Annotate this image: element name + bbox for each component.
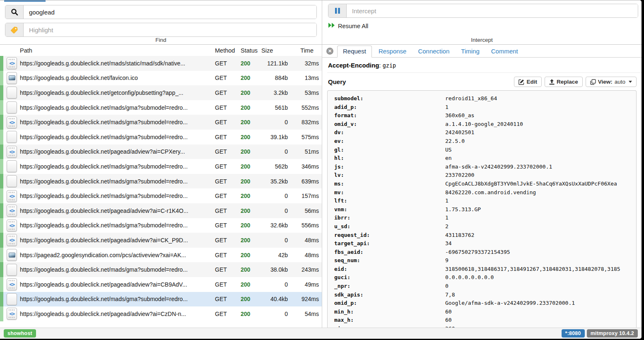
- table-row[interactable]: https://googleads.g.doubleclick.net/mads…: [0, 159, 322, 174]
- row-marker: [0, 188, 3, 203]
- row-size: 38.0kb: [261, 266, 288, 273]
- column-header-method[interactable]: Method: [215, 47, 241, 54]
- query-param-value: 1: [445, 103, 636, 112]
- column-header-size[interactable]: Size: [261, 47, 288, 54]
- table-row[interactable]: <> https://googleads.g.doubleclick.net/m…: [0, 218, 322, 233]
- view-mode-button[interactable]: View: auto: [586, 77, 637, 87]
- table-row[interactable]: <> https://googleads.g.doubleclick.net/m…: [0, 56, 322, 71]
- table-row[interactable]: https://googleads.g.doubleclick.net/mads…: [0, 174, 322, 189]
- query-param-key: mv:: [334, 188, 445, 197]
- tag-icon: [5, 23, 24, 36]
- row-time: 924ms: [288, 296, 322, 302]
- mitmweb-window: Find Resume All Intercept Path: [0, 0, 642, 339]
- row-time: 48ms: [288, 252, 322, 258]
- row-marker: [0, 159, 3, 174]
- row-size: 0: [261, 311, 288, 317]
- table-row[interactable]: <> https://googleads.g.doubleclick.net/m…: [0, 115, 322, 130]
- tab-comment[interactable]: Comment: [491, 46, 518, 57]
- intercept-input-group: [328, 4, 638, 18]
- table-row[interactable]: https://googleads.g.doubleclick.net/getc…: [0, 85, 322, 100]
- row-method: GET: [215, 104, 241, 111]
- row-marker: [0, 203, 3, 218]
- row-marker: [0, 115, 3, 130]
- query-param-row: lv: 233702200: [334, 171, 636, 180]
- table-row[interactable]: https://googleads.g.doubleclick.net/favi…: [0, 71, 322, 86]
- tab-timing[interactable]: Timing: [461, 46, 479, 57]
- find-panel: Find: [0, 0, 322, 44]
- query-param-value: 34: [445, 239, 636, 248]
- tab-request[interactable]: Request: [337, 46, 372, 58]
- row-marker: [0, 100, 3, 115]
- row-size: 42b: [261, 252, 288, 258]
- tab-connection[interactable]: Connection: [418, 46, 449, 57]
- resume-all-button[interactable]: Resume All: [328, 22, 368, 29]
- query-param-value: 0: [445, 282, 636, 291]
- query-param-row: ibrr: 1: [334, 214, 636, 222]
- query-param-key: dv:: [334, 128, 445, 137]
- table-row[interactable]: <> https://googleads.g.doubleclick.net/p…: [0, 203, 322, 218]
- table-row[interactable]: <> https://googleads.g.doubleclick.net/p…: [0, 145, 322, 159]
- query-param-key: fbs_aeid:: [334, 248, 445, 257]
- row-status: 200: [241, 163, 261, 170]
- row-size: 39.1kb: [261, 134, 288, 140]
- row-method: GET: [215, 119, 241, 125]
- code-file-icon: <>: [3, 234, 20, 246]
- row-path: https://googleads.g.doubleclick.net/mads…: [20, 222, 215, 229]
- code-file-icon: <>: [3, 116, 20, 128]
- code-file-icon: <>: [3, 190, 20, 202]
- row-method: GET: [215, 193, 241, 199]
- replace-button[interactable]: Replace: [545, 77, 583, 87]
- column-header-time[interactable]: Time: [288, 47, 322, 54]
- column-header-status[interactable]: Status: [241, 47, 261, 54]
- table-row[interactable]: https://googleads.g.doubleclick.net/mads…: [0, 130, 322, 145]
- document-file-icon: [3, 264, 20, 276]
- search-input[interactable]: [24, 5, 316, 19]
- row-marker: [0, 145, 3, 159]
- row-status: 200: [241, 148, 261, 155]
- query-param-row: target_api: 34: [334, 239, 636, 248]
- row-time: 32ms: [288, 60, 322, 67]
- row-marker: [0, 292, 3, 307]
- row-path: https://googleads.g.doubleclick.net/mads…: [20, 119, 215, 125]
- row-time: 243ms: [288, 266, 322, 273]
- intercept-panel-label: Intercept: [322, 37, 642, 43]
- table-row[interactable]: <> https://googleads.g.doubleclick.net/p…: [0, 233, 322, 248]
- edit-button[interactable]: Edit: [514, 77, 542, 87]
- document-file-icon: [3, 131, 20, 143]
- table-row[interactable]: https://googleads.g.doubleclick.net/mads…: [0, 292, 322, 307]
- table-row[interactable]: https://pagead2.googlesyndication.com/pc…: [0, 248, 322, 263]
- row-status: 200: [241, 75, 261, 81]
- row-path: https://googleads.g.doubleclick.net/mads…: [20, 104, 215, 111]
- row-time: 53ms: [288, 89, 322, 96]
- row-method: GET: [215, 75, 241, 81]
- pause-icon: [328, 4, 347, 17]
- column-header-path[interactable]: Path: [20, 47, 215, 54]
- query-toolbar: Edit Replace View: auto: [514, 77, 637, 87]
- table-row[interactable]: <> https://googleads.g.doubleclick.net/p…: [0, 277, 322, 292]
- row-status: 200: [241, 104, 261, 111]
- tab-response[interactable]: Response: [379, 46, 407, 57]
- row-marker: [0, 262, 3, 277]
- query-param-value: 318500618,318486317,318491267,318482031,…: [445, 265, 636, 274]
- row-method: GET: [215, 148, 241, 155]
- close-icon[interactable]: ✕: [326, 48, 333, 55]
- table-row[interactable]: https://googleads.g.doubleclick.net/mads…: [0, 262, 322, 277]
- row-marker: [0, 248, 3, 263]
- table-row[interactable]: <> https://googleads.g.doubleclick.net/p…: [0, 306, 322, 321]
- row-marker: [0, 218, 3, 233]
- query-param-row: guci: 0.0.0.0.0.0.0.0: [334, 273, 636, 282]
- row-method: GET: [215, 89, 241, 96]
- intercept-input[interactable]: [347, 4, 638, 17]
- row-method: GET: [215, 222, 241, 229]
- row-time: 157ms: [288, 193, 322, 199]
- highlight-input[interactable]: [24, 23, 316, 36]
- row-path: https://googleads.g.doubleclick.net/page…: [20, 281, 215, 288]
- query-param-row: max_h: 60: [334, 316, 636, 325]
- row-status: 200: [241, 311, 261, 317]
- query-param-row: seq_num: 9: [334, 256, 636, 265]
- flow-table-header: Path Method Status Size Time: [0, 45, 322, 56]
- row-marker: [0, 306, 3, 321]
- row-status: 200: [241, 60, 261, 67]
- table-row[interactable]: https://googleads.g.doubleclick.net/mads…: [0, 100, 322, 115]
- table-row[interactable]: <> https://googleads.g.doubleclick.net/m…: [0, 188, 322, 203]
